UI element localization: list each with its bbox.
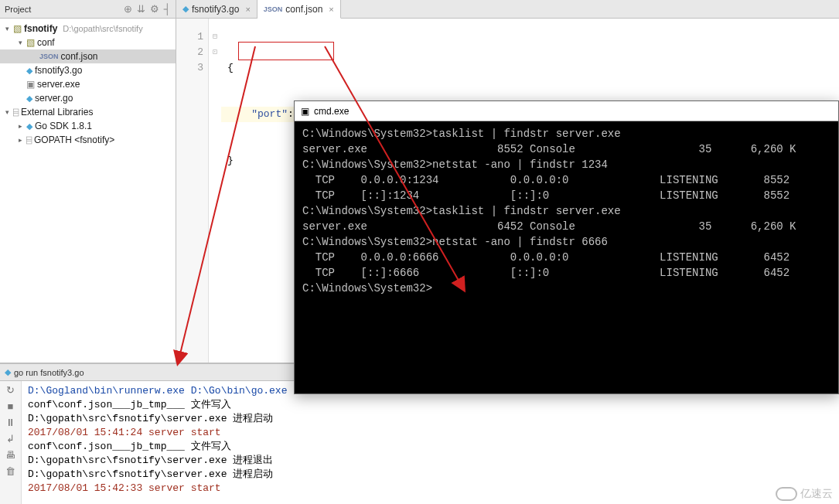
- tree-go-sdk[interactable]: ▸ ◆ Go SDK 1.8.1: [0, 119, 176, 133]
- tab-conf-json[interactable]: JSON conf.json ×: [257, 0, 341, 19]
- cmd-line: C:\Windows\System32>netstat -ano | finds…: [302, 157, 830, 172]
- library-icon: ⌸: [26, 135, 32, 145]
- exe-icon: ▣: [26, 79, 35, 90]
- tree-external-libraries[interactable]: ▾ ⌸ External Libraries: [0, 105, 176, 119]
- output-line: D:\gopath\src\fsnotify\server.exe 进程启动: [28, 412, 833, 426]
- project-header-title: Project: [5, 5, 124, 14]
- tree-project-root[interactable]: ▾ ▧ fsnotify D:\gopath\src\fsnotify: [0, 22, 176, 36]
- tree-item-label: server.exe: [37, 79, 80, 90]
- run-toolbar: ↻ ■ ⏸ ↲ 🖶 🗑: [0, 381, 22, 504]
- close-icon[interactable]: ×: [329, 5, 333, 14]
- tree-item-label: conf: [37, 37, 55, 48]
- run-output[interactable]: D:\Gogland\bin\runnerw.exe D:\Go\bin\go.…: [22, 381, 839, 504]
- output-line: conf\conf.json___jb_tmp___ 文件写入: [28, 398, 833, 412]
- cloud-icon: [776, 487, 797, 501]
- output-line: D:\gopath\src\fsnotify\server.exe 进程启动: [28, 468, 833, 482]
- cmd-title-text: cmd.exe: [314, 106, 349, 117]
- pause-icon[interactable]: ⏸: [5, 417, 15, 428]
- fold-column[interactable]: ⊟⊡: [209, 19, 221, 363]
- output-line: 2017/08/01 15:42:33 server start: [28, 482, 833, 495]
- cmd-line: TCP [::]:6666 [::]:0 LISTENING 6452: [302, 265, 830, 281]
- rerun-icon[interactable]: ↻: [6, 384, 15, 396]
- project-sidebar: Project ⊕ ⇊ ⚙ ┤ ▾ ▧ fsnotify D:\gopath\s…: [0, 0, 176, 363]
- line-gutter: 123: [176, 19, 209, 363]
- output-line: D:\gopath\src\fsnotify\server.exe 进程退出: [28, 454, 833, 468]
- stop-icon[interactable]: ■: [8, 400, 14, 412]
- cmd-title-bar[interactable]: ▣ cmd.exe: [295, 101, 838, 121]
- tree-item-label: server.go: [35, 93, 73, 104]
- cmd-line: TCP [::]:1234 [::]:0 LISTENING 8552: [302, 188, 830, 203]
- cmd-line: C:\Windows\System32>: [302, 281, 830, 296]
- cmd-line: server.exe 8552 Console 35 6,260 K: [302, 141, 830, 157]
- cmd-line: TCP 0.0.0.0:6666 0.0.0.0:0 LISTENING 645…: [302, 250, 830, 265]
- tree-item-label: Go SDK 1.8.1: [35, 121, 92, 131]
- folder-icon: ▧: [26, 37, 35, 48]
- json-key: "port": [251, 108, 288, 120]
- target-icon[interactable]: ⊕: [124, 3, 132, 15]
- wrap-icon[interactable]: ↲: [6, 433, 15, 444]
- tab-label: fsnotify3.go: [192, 4, 239, 15]
- hide-icon[interactable]: ┤: [164, 3, 171, 15]
- tree-item-label: conf.json: [61, 51, 98, 62]
- project-tree[interactable]: ▾ ▧ fsnotify D:\gopath\src\fsnotify ▾ ▧ …: [0, 19, 176, 363]
- json-icon: JSON: [264, 5, 283, 13]
- output-line: conf\conf.json___jb_tmp___ 文件写入: [28, 440, 833, 454]
- tab-fsnotify3[interactable]: ◆ fsnotify3.go ×: [176, 0, 257, 18]
- tree-file-server-go[interactable]: ◆ server.go: [0, 91, 176, 105]
- cmd-line: C:\Windows\System32>tasklist | findstr s…: [302, 203, 830, 219]
- project-header: Project ⊕ ⇊ ⚙ ┤: [0, 0, 176, 19]
- project-path: D:\gopath\src\fsnotify: [63, 24, 142, 33]
- cmd-line: server.exe 6452 Console 35 6,260 K: [302, 219, 830, 234]
- output-line: 2017/08/01 15:41:24 server start: [28, 426, 833, 440]
- project-name: fsnotify: [24, 23, 57, 34]
- code-text: }: [227, 155, 234, 166]
- gear-icon[interactable]: ⚙: [150, 3, 159, 15]
- cmd-icon: ▣: [301, 106, 309, 117]
- tree-folder-conf[interactable]: ▾ ▧ conf: [0, 36, 176, 49]
- json-icon: JSON: [39, 53, 59, 60]
- go-icon: ◆: [182, 4, 189, 14]
- watermark: 亿速云: [776, 487, 833, 501]
- cmd-body[interactable]: C:\Windows\System32>tasklist | findstr s…: [295, 121, 838, 301]
- tree-file-conf-json[interactable]: JSON conf.json: [0, 49, 176, 63]
- watermark-text: 亿速云: [800, 487, 833, 501]
- cmd-line: C:\Windows\System32>tasklist | findstr s…: [302, 126, 830, 141]
- folder-icon: ▧: [13, 23, 22, 34]
- tree-item-label: GOPATH <fsnotify>: [34, 135, 114, 145]
- run-config-label[interactable]: go run fsnotify3.go: [14, 368, 84, 377]
- tree-gopath[interactable]: ▸ ⌸ GOPATH <fsnotify>: [0, 133, 176, 147]
- close-icon[interactable]: ×: [245, 5, 250, 14]
- go-icon: ◆: [26, 94, 32, 104]
- trash-icon[interactable]: 🗑: [5, 465, 15, 477]
- tree-item-label: fsnotify3.go: [35, 65, 82, 76]
- print-icon[interactable]: 🖶: [5, 449, 15, 461]
- cmd-window[interactable]: ▣ cmd.exe C:\Windows\System32>tasklist |…: [294, 100, 839, 394]
- tab-label: conf.json: [285, 4, 322, 15]
- library-icon: ⌸: [13, 107, 19, 117]
- cmd-line: C:\Windows\System32>netstat -ano | finds…: [302, 234, 830, 250]
- tree-file-fsnotify3[interactable]: ◆ fsnotify3.go: [0, 63, 176, 77]
- cmd-line: TCP 0.0.0.0:1234 0.0.0.0:0 LISTENING 855…: [302, 172, 830, 188]
- tree-item-label: External Libraries: [21, 107, 93, 117]
- tree-file-server-exe[interactable]: ▣ server.exe: [0, 77, 176, 91]
- go-icon: ◆: [26, 121, 32, 131]
- code-text: {: [227, 62, 234, 73]
- go-icon: ◆: [5, 367, 11, 377]
- editor-tab-bar: ◆ fsnotify3.go × JSON conf.json ×: [176, 0, 839, 19]
- collapse-icon[interactable]: ⇊: [137, 3, 145, 15]
- go-icon: ◆: [26, 66, 32, 76]
